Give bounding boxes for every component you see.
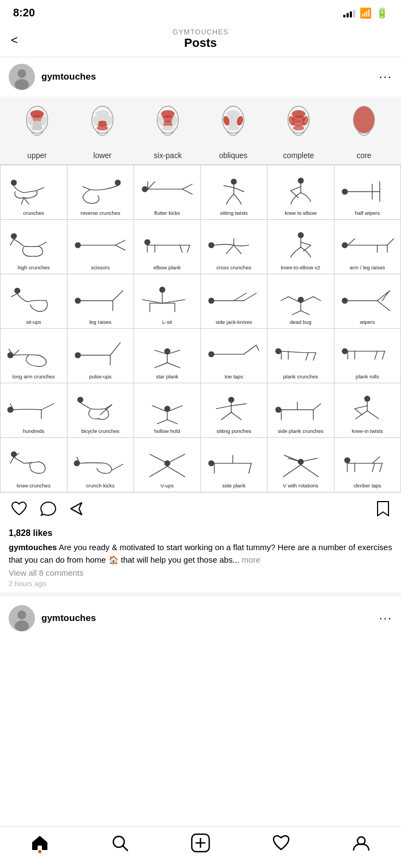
muscle-complete[interactable]: complete bbox=[271, 105, 326, 160]
muscle-core[interactable]: core bbox=[337, 105, 391, 160]
exercise-figure bbox=[70, 230, 132, 263]
nav-add[interactable] bbox=[191, 833, 210, 853]
svg-line-55 bbox=[290, 191, 298, 198]
exercise-cell-plank-crunches[interactable]: plank crunches bbox=[268, 329, 335, 383]
page-title: Posts bbox=[184, 36, 217, 50]
muscle-lower[interactable]: lower bbox=[75, 105, 130, 160]
exercise-cell-side-plank[interactable]: side plank bbox=[201, 438, 268, 492]
svg-line-122 bbox=[313, 353, 316, 360]
exercise-cell-sitting-punches[interactable]: sitting punches bbox=[201, 383, 268, 438]
svg-point-75 bbox=[342, 242, 348, 248]
exercise-cell-hollow-hold[interactable]: hollow hold bbox=[134, 383, 201, 438]
exercise-cell-crunch-kicks[interactable]: crunch kicks bbox=[68, 438, 135, 492]
svg-point-167 bbox=[208, 460, 214, 466]
muscle-upper[interactable]: upper bbox=[10, 105, 64, 160]
exercise-cell-flutter-kicks[interactable]: flutter kicks bbox=[134, 165, 201, 220]
exercise-cell-knee-crunches[interactable]: knee crunches bbox=[1, 438, 68, 492]
svg-point-28 bbox=[227, 125, 239, 130]
exercise-cell-knee-to-elbow[interactable]: knee to elbow bbox=[268, 165, 335, 220]
nav-home[interactable] bbox=[31, 835, 48, 851]
svg-point-156 bbox=[11, 451, 17, 457]
svg-line-187 bbox=[123, 846, 127, 851]
exercise-cell-star-plank[interactable]: star plank bbox=[134, 329, 201, 383]
exercise-cell-V-ups[interactable]: V-ups bbox=[134, 438, 201, 492]
exercise-cell-side-jack-knives[interactable]: side jack-knives bbox=[201, 274, 268, 329]
exercise-cell-plank-rolls[interactable]: plank rolls bbox=[335, 329, 402, 383]
exercise-cell-side-plank-crunches[interactable]: side plank crunches bbox=[268, 383, 335, 438]
exercise-figure bbox=[136, 339, 198, 372]
exercise-cell-bicycle-crunches[interactable]: bicycle crunches bbox=[68, 383, 135, 438]
second-avatar[interactable] bbox=[9, 605, 35, 631]
back-button[interactable]: < bbox=[11, 33, 18, 47]
exercise-cell-sit-ups[interactable]: sit-ups bbox=[1, 274, 68, 329]
svg-line-115 bbox=[167, 363, 180, 367]
svg-point-57 bbox=[11, 233, 17, 239]
muscle-sixpack-label: six-pack bbox=[154, 151, 181, 160]
muscle-obliques[interactable]: obliques bbox=[206, 105, 260, 160]
svg-point-116 bbox=[208, 351, 214, 357]
exercise-cell-high-crunches[interactable]: high crunches bbox=[1, 220, 68, 274]
second-post-author[interactable]: gymtouches bbox=[9, 605, 96, 631]
second-more-options[interactable]: ··· bbox=[379, 611, 392, 625]
exercise-cell-climber-taps[interactable]: climber taps bbox=[335, 438, 402, 492]
svg-line-70 bbox=[226, 245, 234, 254]
exercise-cell-half-wipers[interactable]: half wipers bbox=[335, 165, 402, 220]
exercise-cell-arm-/-leg-raises[interactable]: arm / leg raises bbox=[335, 220, 402, 274]
exercise-name: bicycle crunches bbox=[81, 428, 119, 434]
nav-activity[interactable] bbox=[272, 835, 290, 851]
nav-search[interactable] bbox=[111, 834, 129, 852]
exercise-figure bbox=[337, 230, 399, 263]
exercise-cell-L-sit[interactable]: L-sit bbox=[134, 274, 201, 329]
nav-profile[interactable] bbox=[353, 834, 370, 852]
exercise-cell-leg-raises[interactable]: leg raises bbox=[68, 274, 135, 329]
svg-point-105 bbox=[7, 352, 13, 358]
exercise-cell-sitting-twists[interactable]: sitting twists bbox=[201, 165, 268, 220]
caption-username[interactable]: gymtouches bbox=[9, 542, 57, 552]
view-comments[interactable]: View all 8 comments bbox=[9, 568, 392, 577]
exercise-cell-wipers[interactable]: wipers bbox=[335, 274, 402, 329]
exercise-name: climber taps bbox=[354, 483, 381, 489]
svg-line-52 bbox=[234, 188, 244, 191]
comment-button[interactable] bbox=[40, 501, 57, 520]
exercise-cell-V-with-rotations[interactable]: V with rotations bbox=[268, 438, 335, 492]
exercise-cell-toe-taps[interactable]: toe taps bbox=[201, 329, 268, 383]
home-icon bbox=[31, 835, 48, 851]
exercise-cell-cross-crunches[interactable]: cross crunches bbox=[201, 220, 268, 274]
exercise-cell-crunches[interactable]: crunches bbox=[1, 165, 68, 220]
muscle-sixpack[interactable]: six-pack bbox=[141, 105, 195, 160]
exercise-cell-elbow-plank[interactable]: elbow plank bbox=[134, 220, 201, 274]
exercise-cell-scissors[interactable]: scissors bbox=[68, 220, 135, 274]
exercise-figure bbox=[203, 339, 265, 372]
exercise-cell-knee-to-elbow-v2[interactable]: knee-to-elbow v2 bbox=[268, 220, 335, 274]
avatar[interactable] bbox=[9, 64, 35, 90]
exercise-cell-hundreds[interactable]: hundreds bbox=[1, 383, 68, 438]
exercise-cell-reverse-crunches[interactable]: reverse crunches bbox=[68, 165, 135, 220]
exercise-cell-long-arm-crunches[interactable]: long arm crunches bbox=[1, 329, 68, 383]
svg-line-152 bbox=[356, 411, 367, 419]
svg-line-118 bbox=[256, 345, 259, 350]
exercise-cell-dead-bug[interactable]: dead bug bbox=[268, 274, 335, 329]
caption-more[interactable]: more bbox=[242, 555, 260, 564]
post-username[interactable]: gymtouches bbox=[41, 71, 96, 82]
svg-line-42 bbox=[23, 198, 28, 204]
exercise-figure bbox=[3, 230, 65, 263]
exercise-cell-pulse-ups[interactable]: pulse-ups bbox=[68, 329, 135, 383]
like-button[interactable] bbox=[11, 501, 27, 520]
exercise-figure bbox=[337, 339, 399, 372]
muscle-section: upper lower six-pack bbox=[0, 97, 401, 165]
second-post-username[interactable]: gymtouches bbox=[41, 613, 96, 624]
exercise-cell-knee-in-twists[interactable]: knee-in twists bbox=[335, 383, 402, 438]
svg-point-56 bbox=[342, 189, 348, 195]
svg-line-40 bbox=[36, 188, 44, 191]
bookmark-button[interactable] bbox=[376, 501, 390, 521]
muscle-obliques-label: obliques bbox=[219, 151, 247, 160]
share-button[interactable] bbox=[70, 501, 86, 520]
post-author-info[interactable]: gymtouches bbox=[9, 64, 96, 90]
second-post-header: gymtouches ··· bbox=[0, 592, 401, 636]
svg-line-44 bbox=[83, 186, 90, 190]
exercise-figure bbox=[136, 394, 198, 426]
more-options-button[interactable]: ··· bbox=[379, 70, 392, 84]
signal-icon bbox=[343, 9, 355, 17]
svg-line-180 bbox=[380, 463, 382, 472]
bottom-nav bbox=[0, 826, 401, 868]
